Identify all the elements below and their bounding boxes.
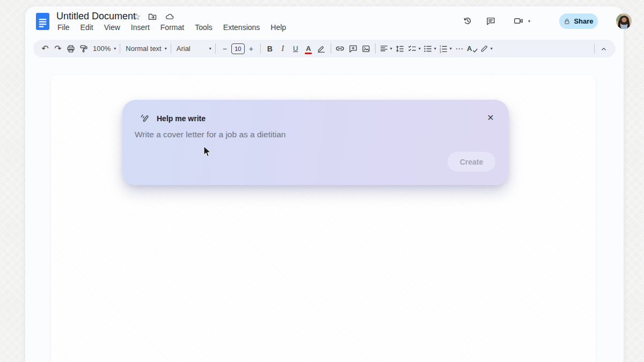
help-me-write-dialog: Help me write ✕ Write a cover letter for… [122,100,509,185]
decrease-font-size-button[interactable]: − [218,42,231,56]
menu-extensions[interactable]: Extensions [222,23,261,32]
print-icon [66,44,76,54]
numbered-list-icon: 1 2 3 [438,44,448,54]
chevron-up-icon [599,45,608,53]
menu-format[interactable]: Format [159,23,186,32]
mouse-cursor [203,146,212,158]
italic-button[interactable]: I [276,42,289,56]
toolbar-divider [375,43,376,54]
lock-icon [564,18,570,25]
share-button[interactable]: Share [559,13,598,29]
italic-icon: I [281,45,284,53]
bold-button[interactable]: B [264,42,276,56]
menu-view[interactable]: View [103,23,122,32]
font-family-value: Arial [175,45,192,53]
pen-icon [480,44,489,53]
font-family-select[interactable]: Arial ▾ [174,42,213,56]
underline-button[interactable]: U [289,42,302,56]
move-folder-icon[interactable] [148,12,157,21]
bold-icon: B [267,45,273,53]
toolbar-divider [171,43,171,54]
share-button-label: Share [574,17,593,25]
checklist-icon [407,44,417,54]
undo-button[interactable]: ↶ [39,42,52,56]
create-button-label: Create [460,158,484,166]
version-history-button[interactable] [460,14,474,28]
line-spacing-button[interactable] [393,42,406,56]
checklist-button[interactable]: ▾ [406,42,422,56]
print-button[interactable] [64,42,77,56]
close-dialog-button[interactable]: ✕ [485,112,496,123]
redo-button[interactable]: ↷ [52,42,64,56]
spellcheck-button[interactable]: A [466,42,479,56]
image-icon [361,44,371,54]
font-size-input[interactable]: 10 [231,43,245,54]
google-docs-logo-icon[interactable] [36,13,49,30]
zoom-caret-icon: ▾ [114,47,116,51]
hide-menus-button[interactable] [597,42,610,56]
dialog-header: Help me write [140,113,206,123]
meet-dropdown-caret-icon[interactable]: ▾ [528,19,530,24]
document-title[interactable]: Untitled Document [56,11,136,22]
link-icon [335,43,345,54]
comment-icon [486,16,496,26]
paragraph-style-value: Normal text [124,45,163,53]
bulleted-list-caret-icon: ▾ [434,47,436,51]
avatar-photo [616,13,632,29]
checklist-caret-icon: ▾ [419,47,421,51]
toolbar-divider [260,43,261,54]
menu-edit[interactable]: Edit [79,23,95,32]
spellcheck-check-icon [473,48,478,53]
header-right-cluster: ▾ Share [409,6,624,36]
title-actions: ☆ [133,11,174,22]
toolbar-divider [215,43,216,54]
more-formats-button[interactable]: ⋯ [453,42,466,56]
menu-help[interactable]: Help [269,23,288,32]
highlighter-icon [317,44,326,53]
align-caret-icon: ▾ [390,47,392,51]
font-caret-icon: ▾ [209,47,211,51]
menu-file[interactable]: File [56,23,71,32]
menu-tools[interactable]: Tools [193,23,214,32]
undo-icon: ↶ [41,43,48,54]
close-icon: ✕ [487,113,494,123]
video-camera-icon [513,16,524,26]
text-color-button[interactable]: A [302,42,315,56]
pen-caret-icon: ▾ [491,47,493,51]
line-spacing-icon [395,44,405,54]
style-caret-icon: ▾ [165,47,167,51]
meet-button[interactable] [511,14,525,28]
paint-format-button[interactable] [77,42,90,56]
account-avatar[interactable] [616,13,632,29]
align-left-icon [379,44,389,53]
create-button[interactable]: Create [448,152,495,172]
increase-font-size-button[interactable]: + [245,42,258,56]
pen-tools-button[interactable]: ▾ [479,42,494,56]
add-comment-icon [348,44,358,54]
desktop: { "header": { "doc_title": "Untitled Doc… [0,0,644,362]
redo-icon: ↷ [54,43,61,54]
paragraph-style-select[interactable]: Normal text ▾ [123,42,167,56]
minus-icon: − [223,45,227,53]
menu-bar: File Edit View Insert Format Tools Exten… [56,23,288,32]
paint-roller-icon [79,44,89,54]
add-comment-button[interactable] [347,42,360,56]
align-button[interactable]: ▾ [378,42,393,56]
cloud-status-icon[interactable] [164,12,174,21]
highlight-color-button[interactable] [315,42,328,56]
underline-icon: U [293,45,298,53]
menu-insert[interactable]: Insert [129,23,151,32]
toolbar-divider [331,43,331,54]
star-icon[interactable]: ☆ [133,12,141,21]
bulleted-list-icon [423,44,433,54]
toolbar: ↶ ↷ 100% ▾ Normal text ▾ Aria [33,40,616,57]
bulleted-list-button[interactable]: ▾ [422,42,437,56]
magic-pen-icon [140,113,150,123]
zoom-select[interactable]: 100% ▾ [90,42,117,56]
prompt-input[interactable]: Write a cover letter for a job as a diet… [135,130,286,139]
comments-button[interactable] [484,14,497,28]
more-icon: ⋯ [455,44,463,54]
insert-link-button[interactable] [334,42,347,56]
insert-image-button[interactable] [360,42,372,56]
numbered-list-button[interactable]: 1 2 3 ▾ [437,42,453,56]
